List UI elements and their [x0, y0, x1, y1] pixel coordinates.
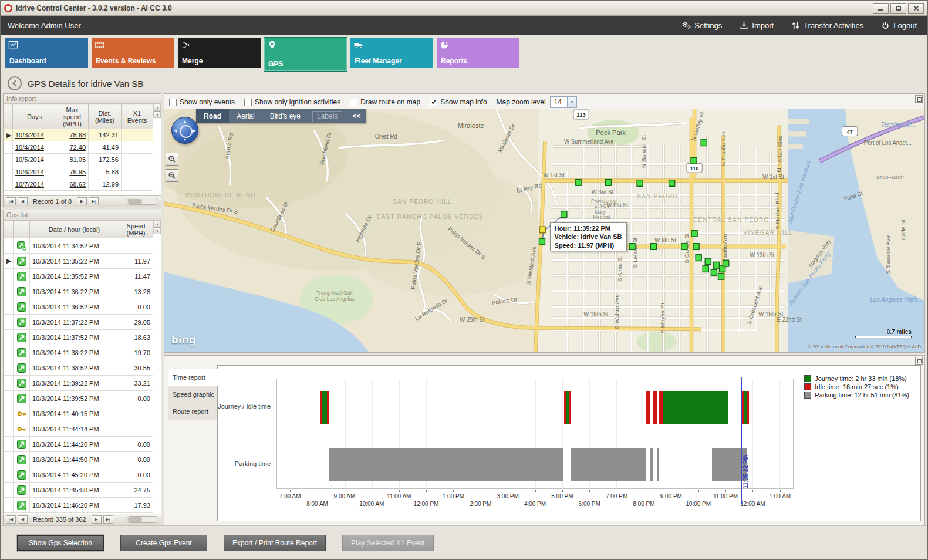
max-speed-link[interactable]: 78.68 — [69, 131, 86, 139]
tab-merge[interactable]: Merge — [178, 38, 261, 68]
info-report-table[interactable]: DaysMax speed (MPH)Dist. (Miles)X1 Event… — [4, 104, 153, 191]
info-report-scrollbar[interactable]: ▲▼ — [153, 104, 161, 118]
map-view-tab-aerial[interactable]: Aerial — [229, 109, 262, 123]
last-page-button[interactable]: ▶| — [89, 197, 99, 205]
checkbox-show-only-events[interactable]: Show only events — [169, 98, 235, 106]
prev-page-button[interactable]: ◀ — [18, 197, 28, 205]
max-speed-cell[interactable]: 81.05 — [56, 154, 89, 166]
chart-panel-maximize-button[interactable] — [915, 357, 923, 365]
tab-events-reviews[interactable]: Events & Reviews — [92, 38, 174, 68]
gps-row[interactable]: 10/3/2014 11:44:50 PM0.00 — [4, 452, 153, 467]
scroll-up-button[interactable]: ▲ — [154, 104, 161, 111]
create-gps-event-button[interactable]: Create Gps Event — [120, 535, 207, 551]
gps-row[interactable]: 10/3/2014 11:40:15 PM — [4, 406, 153, 421]
gps-marker[interactable] — [705, 258, 711, 265]
gps-row[interactable]: 10/3/2014 11:37:52 PM18.63 — [4, 330, 153, 345]
day-link[interactable]: 10/4/2014 — [15, 144, 44, 151]
gps-row[interactable]: 10/3/2014 11:36:22 PM13.28 — [4, 284, 153, 299]
max-speed-cell[interactable]: 68.62 — [56, 178, 89, 191]
gps-marker[interactable] — [637, 180, 643, 187]
show-gps-selection-button[interactable]: Show Gps Selection — [17, 535, 104, 551]
checkbox-show-only-ignition-activities[interactable]: Show only ignition activities — [244, 98, 340, 106]
column-header-days[interactable]: Days — [13, 104, 56, 129]
chart-tab-route-report[interactable]: Route report — [168, 403, 217, 420]
gps-row[interactable]: 10/3/2014 11:36:52 PM0.00 — [4, 299, 153, 315]
max-speed-cell[interactable]: 78.68 — [56, 129, 89, 141]
bing-map[interactable]: MiralestePeck ParkPORTUGUESE BENDSAN PED… — [164, 109, 924, 352]
map-view-tab-labels[interactable]: Labels — [312, 111, 342, 122]
gps-marker[interactable] — [713, 262, 719, 268]
tab-reports[interactable]: Reports — [437, 38, 519, 68]
pager-scroll-thumb[interactable] — [128, 517, 142, 522]
back-button[interactable] — [8, 76, 22, 90]
export-print-route-report-button[interactable]: Export / Print Route Report — [224, 535, 326, 551]
day-link[interactable]: 10/7/2014 — [15, 181, 44, 188]
map-tabs-collapse-button[interactable]: << — [346, 112, 366, 120]
column-header-max-speed-mph[interactable]: Max speed (MPH) — [56, 104, 89, 129]
checkbox-show-map-info[interactable]: Show map info — [430, 98, 487, 106]
gps-row[interactable]: 10/3/2014 11:34:52 PM — [4, 238, 153, 254]
pager-scroll-thumb[interactable] — [128, 199, 142, 204]
map-panel-maximize-button[interactable] — [915, 95, 923, 103]
gps-marker[interactable] — [629, 244, 635, 250]
close-button[interactable] — [908, 3, 924, 14]
map-zoom-select[interactable]: 14▼ — [550, 96, 577, 108]
max-speed-link[interactable]: 76.95 — [69, 168, 86, 176]
day-cell[interactable]: 10/5/2014 — [13, 154, 56, 166]
day-cell[interactable]: 10/6/2014 — [13, 166, 56, 178]
gps-row[interactable]: 10/3/2014 11:44:14 PM — [4, 421, 153, 437]
chart-tab-time-report[interactable]: Time report — [168, 369, 218, 386]
table-row[interactable]: 10/6/201476.955.88 — [4, 166, 153, 178]
table-row[interactable]: 10/5/201481.05172.56 — [4, 154, 153, 166]
gps-marker[interactable] — [693, 244, 699, 250]
gps-marker[interactable] — [711, 269, 717, 276]
gps-marker[interactable] — [669, 180, 675, 187]
table-row[interactable]: 10/7/201468.6212.99 — [4, 178, 153, 191]
day-link[interactable]: 10/5/2014 — [15, 156, 44, 163]
max-speed-link[interactable]: 81.05 — [69, 156, 86, 163]
prev-page-button[interactable]: ◀ — [18, 515, 28, 524]
gps-marker[interactable] — [718, 274, 724, 280]
column-header-x1-events[interactable]: X1 Events — [122, 104, 153, 129]
column-header-date-hour-local[interactable]: Date / hour (local) — [30, 221, 119, 238]
gps-row[interactable]: 10/3/2014 11:39:52 PM0.00 — [4, 391, 153, 406]
gps-row[interactable]: 10/3/2014 11:39:22 PM33.21 — [4, 376, 153, 391]
gps-marker[interactable] — [696, 255, 701, 261]
tab-gps[interactable]: GPS — [264, 38, 347, 71]
gps-list-scrollbar[interactable]: ▲▼ — [153, 220, 161, 234]
day-cell[interactable]: 10/7/2014 — [13, 178, 56, 191]
max-speed-link[interactable]: 68.62 — [69, 181, 86, 188]
map-view-tab-bird-s-eye[interactable]: Bird's eye — [262, 109, 308, 123]
gps-marker[interactable] — [691, 158, 697, 164]
gps-marker[interactable] — [701, 140, 707, 146]
gps-row[interactable]: 10/3/2014 11:45:20 PM0.00 — [4, 467, 153, 483]
next-page-button[interactable]: ▶ — [77, 197, 87, 205]
pager-scrollbar[interactable] — [127, 516, 158, 523]
column-header-dist-miles[interactable]: Dist. (Miles) — [89, 104, 122, 129]
column-header-speed-mph[interactable]: Speed (MPH) — [119, 221, 153, 238]
chart-tab-speed-graphic[interactable]: Speed graphic — [168, 386, 217, 403]
map-zoom-in-button[interactable] — [166, 153, 178, 166]
max-speed-link[interactable]: 72.40 — [69, 144, 86, 151]
import-button[interactable]: Import — [740, 21, 774, 30]
gps-row[interactable]: 10/3/2014 11:38:52 PM30.55 — [4, 360, 153, 376]
day-link[interactable]: 10/6/2014 — [15, 168, 44, 176]
max-speed-cell[interactable]: 76.95 — [56, 166, 89, 178]
logout-button[interactable]: Logout — [881, 21, 917, 30]
gps-marker[interactable] — [703, 266, 708, 272]
gps-marker[interactable] — [691, 230, 697, 237]
title-bar[interactable]: Idrive Control Center - 3.0.2 version - … — [1, 1, 927, 16]
maximize-button[interactable] — [890, 3, 906, 14]
map-container[interactable]: MiralestePeck ParkPORTUGUESE BENDSAN PED… — [164, 109, 924, 352]
gps-row[interactable]: 10/3/2014 11:38:22 PM19.70 — [4, 345, 153, 360]
gps-list-table[interactable]: Date / hour (local)Speed (MPH) 10/3/2014… — [4, 220, 153, 513]
next-page-button[interactable]: ▶ — [92, 515, 102, 524]
first-page-button[interactable]: |◀ — [6, 197, 16, 205]
tab-fleet-manager[interactable]: Fleet Manager — [350, 38, 433, 68]
first-page-button[interactable]: |◀ — [6, 515, 16, 524]
table-row[interactable]: 10/4/201472.4041.49 — [4, 141, 153, 154]
day-cell[interactable]: 10/4/2014 — [13, 141, 56, 154]
gps-marker[interactable] — [561, 211, 567, 218]
max-speed-cell[interactable]: 72.40 — [56, 141, 89, 154]
last-page-button[interactable]: ▶| — [103, 515, 113, 524]
